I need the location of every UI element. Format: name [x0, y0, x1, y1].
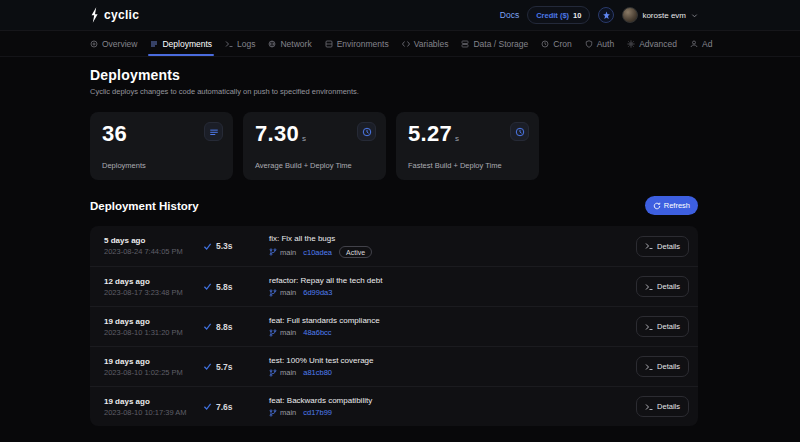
stat-unit: s: [455, 134, 459, 143]
tab-label: Advanced: [639, 39, 677, 49]
tab-advanced[interactable]: Advanced: [627, 31, 677, 56]
stat-label: Deployments: [102, 161, 146, 170]
history-title: Deployment History: [90, 200, 199, 212]
commit-hash-link[interactable]: a81cb80: [303, 368, 332, 377]
terminal-icon: [645, 283, 653, 291]
stat-unit: s: [302, 134, 306, 143]
terminal-icon: [645, 242, 653, 250]
tab-deployments[interactable]: Deployments: [150, 31, 212, 56]
logs-icon: [225, 40, 233, 48]
cyclic-logo-icon: [90, 7, 99, 23]
deploy-timestamp: 2023-08-17 3:23:48 PM: [104, 288, 203, 297]
stat-label: Fastest Build + Deploy Time: [408, 161, 502, 170]
deploy-age: 19 days ago: [104, 397, 203, 406]
commit-message: refactor: Repay all the tech debt: [269, 276, 636, 285]
credit-value: 10: [573, 11, 581, 20]
network-icon: [268, 40, 276, 48]
page-title: Deployments: [90, 67, 698, 83]
tab-cron[interactable]: Cron: [541, 31, 571, 56]
deploy-duration: 5.7s: [216, 362, 233, 372]
credit-label: Credit ($): [536, 11, 569, 20]
check-icon: [203, 322, 212, 331]
tab-logs[interactable]: Logs: [225, 31, 255, 56]
commit-hash-link[interactable]: c10adea: [303, 248, 332, 257]
storage-icon: [461, 40, 469, 48]
check-icon: [203, 402, 212, 411]
overview-icon: [90, 40, 98, 48]
tab-label: Data / Storage: [473, 39, 528, 49]
deploy-age: 19 days ago: [104, 317, 203, 326]
commit-message: fix: Fix all the bugs: [269, 234, 636, 243]
brand-logo[interactable]: cyclic: [90, 7, 139, 23]
discord-icon[interactable]: [598, 7, 614, 23]
deploy-age: 5 days ago: [104, 236, 203, 245]
stat-card-average-build-deploy-time: 7.30sAverage Build + Deploy Time: [243, 112, 386, 180]
auth-icon: [585, 40, 593, 48]
deploy-age: 12 days ago: [104, 277, 203, 286]
clock-icon: [357, 122, 376, 141]
layers-icon: [204, 122, 223, 141]
commit-hash-link[interactable]: 48a6bcc: [303, 328, 331, 337]
tab-overview[interactable]: Overview: [90, 31, 137, 56]
active-badge: Active: [339, 246, 372, 258]
details-button[interactable]: Details: [636, 316, 689, 337]
user-menu[interactable]: koroste evm: [622, 7, 698, 23]
brand-name: cyclic: [104, 8, 139, 22]
tab-environments[interactable]: Environments: [325, 31, 389, 56]
tab-label: Deployments: [162, 39, 212, 49]
tab-label: Logs: [237, 39, 255, 49]
page-subtitle: Cyclic deploys changes to code automatic…: [90, 87, 698, 96]
user-name: koroste evm: [642, 11, 686, 20]
refresh-button[interactable]: Refresh: [645, 196, 698, 215]
variables-icon: [402, 40, 410, 48]
tab-label: Network: [280, 39, 311, 49]
refresh-label: Refresh: [664, 201, 690, 210]
check-icon: [203, 362, 212, 371]
stat-cards: 36Deployments7.30sAverage Build + Deploy…: [90, 112, 698, 180]
deploy-duration: 5.8s: [216, 282, 233, 292]
tab-label: Variables: [414, 39, 449, 49]
admin-icon: [690, 40, 698, 48]
commit-message: feat: Full standards compliance: [269, 316, 636, 325]
tab-data-storage[interactable]: Data / Storage: [461, 31, 528, 56]
details-label: Details: [657, 322, 680, 331]
details-label: Details: [657, 402, 680, 411]
credit-button[interactable]: Credit ($) 10: [527, 6, 590, 24]
details-button[interactable]: Details: [636, 356, 689, 377]
details-button[interactable]: Details: [636, 396, 689, 417]
deploy-timestamp: 2023-08-10 10:17:39 AM: [104, 408, 203, 417]
refresh-icon: [653, 202, 661, 210]
git-branch-icon: [269, 369, 277, 377]
deployment-history-list: 5 days ago2023-08-24 7:44:05 PM5.3sfix: …: [90, 226, 698, 426]
docs-link[interactable]: Docs: [500, 10, 519, 20]
branch-name: main: [269, 248, 296, 257]
deploy-duration: 7.6s: [216, 402, 233, 412]
advanced-icon: [627, 40, 635, 48]
tab-label: Ad: [702, 39, 712, 49]
git-branch-icon: [269, 409, 277, 417]
deployment-row: 19 days ago2023-08-10 10:17:39 AM7.6sfea…: [90, 386, 698, 426]
check-icon: [203, 242, 212, 251]
git-branch-icon: [269, 329, 277, 337]
commit-hash-link[interactable]: cd17b99: [303, 408, 332, 417]
tab-auth[interactable]: Auth: [585, 31, 615, 56]
deployment-row: 19 days ago2023-08-10 1:31:20 PM8.8sfeat…: [90, 306, 698, 346]
details-button[interactable]: Details: [636, 276, 689, 297]
details-button[interactable]: Details: [636, 236, 689, 257]
tab-ad[interactable]: Ad: [690, 31, 712, 56]
stat-value: 7.30: [255, 121, 299, 147]
main-nav: OverviewDeploymentsLogsNetworkEnvironmen…: [0, 31, 800, 57]
tab-variables[interactable]: Variables: [402, 31, 449, 56]
stat-value: 36: [102, 121, 127, 147]
commit-hash-link[interactable]: 6d99da3: [303, 288, 332, 297]
details-label: Details: [657, 242, 680, 251]
deployment-row: 5 days ago2023-08-24 7:44:05 PM5.3sfix: …: [90, 226, 698, 266]
stat-card-fastest-build-deploy-time: 5.27sFastest Build + Deploy Time: [396, 112, 539, 180]
tab-network[interactable]: Network: [268, 31, 311, 56]
deploy-duration: 5.3s: [216, 241, 233, 251]
branch-name: main: [269, 288, 296, 297]
stat-value: 5.27: [408, 121, 452, 147]
check-icon: [203, 282, 212, 291]
branch-name: main: [269, 328, 296, 337]
avatar: [622, 7, 638, 23]
